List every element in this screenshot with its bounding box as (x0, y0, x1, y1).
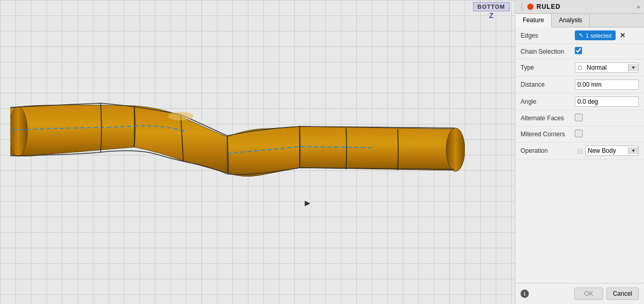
angle-label: Angle (521, 98, 575, 105)
pipe-3d-model: ▶ (10, 52, 465, 217)
3d-viewport[interactable]: BOTTOM Z (0, 0, 515, 304)
operation-select[interactable]: New Body Join Cut Intersect (586, 146, 628, 155)
mitered-corners-label: Mitered Corners (521, 131, 575, 138)
chain-selection-checkbox[interactable] (575, 47, 582, 54)
alternate-faces-row: Alternate Faces (515, 110, 644, 126)
operation-select-wrap[interactable]: New Body Join Cut Intersect ▼ (585, 146, 639, 156)
chain-selection-value (575, 47, 639, 56)
distance-label: Distance (521, 81, 575, 88)
operation-value: ⬜ New Body Join Cut Intersect ▼ (575, 146, 639, 156)
ruled-panel: RULED » Feature Analysis Edges ↖ 1 selec… (515, 0, 644, 304)
angle-row: Angle (515, 93, 644, 110)
svg-text:▶: ▶ (305, 199, 310, 207)
svg-point-2 (168, 112, 194, 120)
operation-select-arrow[interactable]: ▼ (628, 147, 638, 154)
operation-icon: ⬜ (575, 146, 584, 155)
type-select-wrap[interactable]: ⬡ Normal Tangent Perpendicular ▼ (575, 62, 639, 73)
distance-value (575, 79, 639, 90)
footer-buttons: OK Cancel (574, 287, 639, 300)
type-select-icon: ⬡ (575, 63, 585, 72)
svg-point-0 (10, 107, 27, 156)
cursor-icon: ↖ (579, 32, 584, 39)
operation-label: Operation (521, 147, 575, 154)
panel-body: Edges ↖ 1 selected ✕ Chain Selection Typ… (515, 27, 644, 283)
edges-value: ↖ 1 selected ✕ (575, 30, 639, 40)
panel-header-left: RULED (520, 3, 560, 11)
type-label: Type (521, 64, 575, 71)
panel-header: RULED » (515, 0, 644, 14)
angle-input[interactable] (575, 97, 639, 107)
mitered-corners-value (575, 130, 639, 139)
nav-cube[interactable]: BOTTOM Z (473, 3, 510, 20)
mitered-corners-checkbox[interactable] (575, 130, 583, 137)
tab-analysis[interactable]: Analysis (552, 14, 590, 27)
panel-title-icon (527, 4, 533, 10)
nav-cube-label[interactable]: BOTTOM (473, 2, 510, 11)
operation-row: Operation ⬜ New Body Join Cut Intersect … (515, 142, 644, 159)
ok-button[interactable]: OK (574, 287, 603, 300)
distance-input[interactable] (575, 79, 639, 90)
cancel-button[interactable]: Cancel (606, 287, 639, 300)
type-select-arrow[interactable]: ▼ (628, 64, 638, 71)
type-select[interactable]: Normal Tangent Perpendicular (585, 63, 628, 72)
edges-selected-text: 1 selected (586, 33, 611, 39)
edges-selected-button[interactable]: ↖ 1 selected (575, 30, 616, 40)
nav-cube-axis: Z (473, 11, 510, 20)
pipe-svg: ▶ (10, 52, 465, 217)
edges-row: Edges ↖ 1 selected ✕ (515, 27, 644, 44)
chain-selection-row: Chain Selection (515, 44, 644, 59)
edges-clear-button[interactable]: ✕ (620, 31, 625, 39)
panel-footer: i OK Cancel (515, 283, 644, 304)
chain-selection-label: Chain Selection (521, 48, 575, 55)
svg-point-1 (446, 128, 465, 171)
panel-expand-icon[interactable]: » (637, 4, 640, 10)
alternate-faces-label: Alternate Faces (521, 115, 575, 122)
type-row: Type ⬡ Normal Tangent Perpendicular ▼ (515, 59, 644, 76)
panel-title-text: RULED (537, 3, 560, 10)
panel-tabs: Feature Analysis (515, 14, 644, 27)
alternate-faces-checkbox[interactable] (575, 114, 583, 121)
mitered-corners-row: Mitered Corners (515, 126, 644, 142)
panel-divider (522, 3, 522, 11)
tab-feature[interactable]: Feature (515, 14, 552, 27)
edges-label: Edges (521, 32, 575, 39)
type-value: ⬡ Normal Tangent Perpendicular ▼ (575, 62, 639, 73)
angle-value (575, 97, 639, 107)
info-icon[interactable]: i (521, 290, 529, 298)
alternate-faces-value (575, 114, 639, 123)
distance-row: Distance (515, 76, 644, 93)
